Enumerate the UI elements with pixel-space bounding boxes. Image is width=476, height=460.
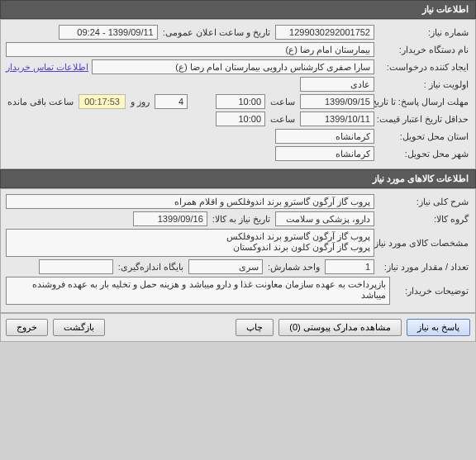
buyer-contact-link[interactable]: اطلاعات تماس خریدار — [6, 62, 88, 73]
buyer-value — [6, 42, 374, 57]
delivery-city-label: شهر محل تحویل: — [378, 149, 470, 159]
deadline-time-value — [216, 94, 265, 109]
delivery-province-value — [275, 129, 374, 144]
deadline-date-value — [300, 94, 374, 109]
notes-label: توضیحات خریدار: — [393, 286, 470, 296]
delivery-city-value — [275, 146, 374, 161]
unit-label: واحد شمارش: — [266, 262, 321, 273]
countdown-timer: 00:17:53 — [79, 94, 126, 109]
public-date-value — [59, 25, 158, 40]
sub-unit-value — [39, 259, 113, 274]
priority-label: اولویت نیاز : — [378, 79, 470, 90]
group-label: گروه کالا: — [378, 214, 470, 225]
min-validity-date-value — [300, 111, 374, 126]
deadline-label: مهلت ارسال پاسخ: تا تاریخ : — [378, 97, 470, 107]
unit-value — [188, 259, 263, 274]
footer-toolbar: پاسخ به نیاز مشاهده مدارک پیوستی (0) چاپ… — [0, 313, 476, 342]
need-number-label: شماره نیاز: — [378, 27, 470, 38]
desc-value — [6, 194, 374, 209]
needs-info-header: اطلاعات نیاز — [0, 0, 476, 19]
public-date-label: تاریخ و ساعت اعلان عمومی: — [161, 27, 272, 38]
notes-value — [6, 277, 390, 305]
goods-info-form: شرح کلی نیاز: گروه کالا: تاریخ نیاز به ک… — [0, 188, 476, 313]
min-validity-label: حداقل تاریخ اعتبار قیمت: تا تاریخ : — [378, 114, 470, 125]
desc-label: شرح کلی نیاز: — [378, 197, 470, 207]
buyer-label: نام دستگاه خریدار: — [378, 45, 470, 55]
days-remaining-value — [155, 94, 188, 109]
back-button[interactable]: بازگشت — [53, 319, 105, 336]
days-label: روز و — [129, 97, 151, 107]
print-button[interactable]: چاپ — [236, 319, 274, 336]
min-validity-time-value — [216, 111, 265, 126]
deadline-time-label: ساعت — [269, 97, 297, 107]
creator-label: ایجاد کننده درخواست: — [378, 62, 470, 73]
delivery-province-label: استان محل تحویل: — [378, 131, 470, 142]
group-value — [275, 211, 374, 226]
remaining-label: ساعت باقی مانده — [6, 97, 75, 107]
qty-value — [325, 259, 374, 274]
reply-button[interactable]: پاسخ به نیاز — [407, 319, 470, 336]
goods-info-header: اطلاعات کالاهای مورد نیاز — [0, 169, 476, 188]
priority-value — [300, 77, 374, 92]
qty-label: تعداد / مقدار مورد نیاز: — [378, 262, 470, 273]
need-date-value — [133, 211, 207, 226]
creator-value — [92, 59, 374, 74]
min-validity-time-label: ساعت — [269, 114, 297, 125]
attachments-button[interactable]: مشاهده مدارک پیوستی (0) — [278, 319, 402, 336]
spec-label: مشخصات کالای مورد نیاز: — [378, 238, 470, 249]
need-date-label: تاریخ نیاز به کالا: — [211, 214, 272, 225]
sub-unit-label: بایگاه اندازه‌گیری: — [117, 262, 185, 273]
needs-info-form: شماره نیاز: تاریخ و ساعت اعلان عمومی: نا… — [0, 19, 476, 169]
need-number-value — [275, 25, 374, 40]
spec-value — [6, 229, 374, 257]
exit-button[interactable]: خروج — [6, 319, 48, 336]
